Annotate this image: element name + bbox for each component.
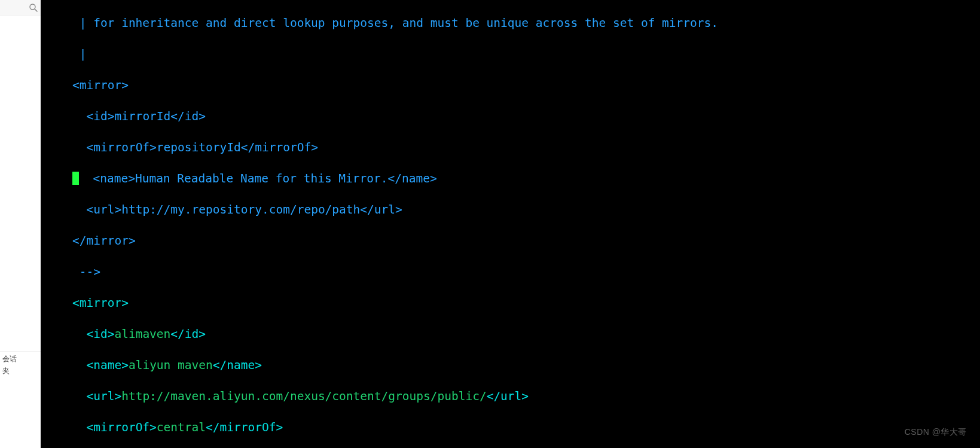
cursor-block: [72, 172, 79, 185]
svg-line-1: [35, 9, 37, 11]
code-line: <url>http://my.repository.com/repo/path<…: [44, 202, 980, 218]
code-line: |: [44, 47, 980, 62]
code-line: <id>mirrorId</id>: [44, 109, 980, 124]
code-line: <mirror>: [44, 295, 980, 311]
search-icon: [29, 3, 38, 13]
sidebar-label-folder[interactable]: 夹: [0, 364, 41, 376]
code-line: <id>alimaven</id>: [44, 327, 980, 342]
terminal-editor[interactable]: | for inheritance and direct lookup purp…: [41, 0, 980, 448]
sidebar-label-session[interactable]: 会话: [0, 352, 41, 364]
code-line: <mirrorOf>central</mirrorOf>: [44, 420, 980, 435]
code-line: <mirrorOf>repositoryId</mirrorOf>: [44, 140, 980, 156]
code-line: -->: [44, 264, 980, 280]
sidebar-empty-area: [0, 16, 41, 352]
code-line: <url>http://maven.aliyun.com/nexus/conte…: [44, 389, 980, 404]
search-row[interactable]: [0, 0, 41, 16]
code-line: <name>Human Readable Name for this Mirro…: [44, 171, 980, 187]
code-line: | for inheritance and direct lookup purp…: [44, 16, 980, 31]
code-line: <mirror>: [44, 78, 980, 93]
left-sidebar: 会话 夹: [0, 0, 41, 448]
code-line: <name>aliyun maven</name>: [44, 358, 980, 373]
code-line: </mirror>: [44, 233, 980, 249]
